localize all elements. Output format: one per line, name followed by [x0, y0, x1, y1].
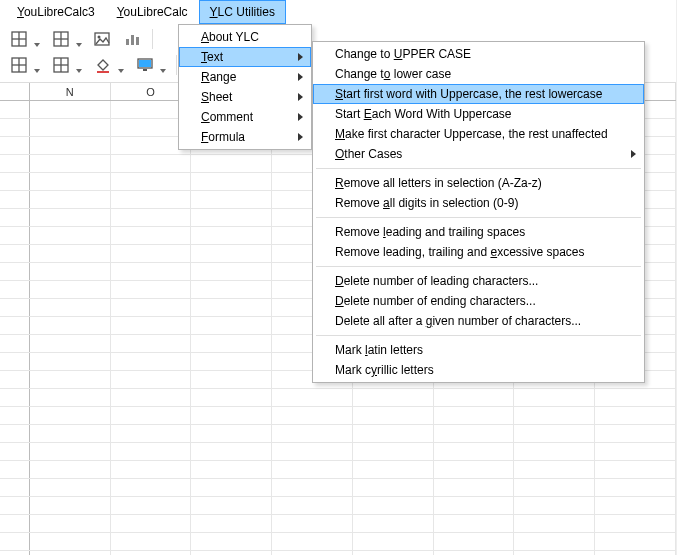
- menu-item-sheet[interactable]: Sheet: [179, 87, 311, 107]
- cell[interactable]: [30, 137, 111, 154]
- cell[interactable]: [30, 209, 111, 226]
- borders-icon[interactable]: [6, 54, 42, 76]
- cell[interactable]: [272, 425, 353, 442]
- cell[interactable]: [595, 551, 676, 555]
- cell[interactable]: [353, 425, 434, 442]
- cell[interactable]: [30, 317, 111, 334]
- border-style-icon[interactable]: [48, 54, 84, 76]
- cell[interactable]: [353, 533, 434, 550]
- cell[interactable]: [30, 407, 111, 424]
- menu-item-mark-latin-letters[interactable]: Mark latin letters: [313, 340, 644, 360]
- cell[interactable]: [111, 155, 192, 172]
- column-header-N[interactable]: N: [30, 83, 111, 100]
- corner-header[interactable]: [0, 83, 30, 100]
- cell[interactable]: [111, 173, 192, 190]
- menu-item-mark-cyrillic-letters[interactable]: Mark cyrillic letters: [313, 360, 644, 380]
- cell[interactable]: [272, 533, 353, 550]
- cell[interactable]: [30, 227, 111, 244]
- cell[interactable]: [595, 461, 676, 478]
- cell[interactable]: [191, 173, 272, 190]
- cell[interactable]: [30, 551, 111, 555]
- cell[interactable]: [191, 497, 272, 514]
- cell[interactable]: [434, 479, 515, 496]
- cell[interactable]: [595, 479, 676, 496]
- cell[interactable]: [595, 515, 676, 532]
- cell[interactable]: [30, 353, 111, 370]
- cell[interactable]: [111, 353, 192, 370]
- cell[interactable]: [111, 407, 192, 424]
- row-header[interactable]: [0, 245, 30, 262]
- cell[interactable]: [191, 335, 272, 352]
- cell[interactable]: [30, 101, 111, 118]
- cell[interactable]: [111, 227, 192, 244]
- cell[interactable]: [30, 281, 111, 298]
- row-header[interactable]: [0, 317, 30, 334]
- cell[interactable]: [434, 389, 515, 406]
- cell[interactable]: [191, 281, 272, 298]
- menu-item-delete-all-after-a-given-number-of-chara[interactable]: Delete all after a given number of chara…: [313, 311, 644, 331]
- row-header[interactable]: [0, 137, 30, 154]
- cell[interactable]: [30, 389, 111, 406]
- cell[interactable]: [595, 497, 676, 514]
- cell[interactable]: [111, 443, 192, 460]
- menubar-item-ylc-utilities[interactable]: YLC Utilities: [199, 0, 286, 24]
- cell[interactable]: [434, 533, 515, 550]
- cell[interactable]: [30, 515, 111, 532]
- cell[interactable]: [353, 407, 434, 424]
- cell[interactable]: [111, 461, 192, 478]
- cell[interactable]: [353, 479, 434, 496]
- row-header[interactable]: [0, 407, 30, 424]
- cell[interactable]: [111, 479, 192, 496]
- cell[interactable]: [514, 425, 595, 442]
- cell[interactable]: [272, 407, 353, 424]
- fill-color-icon[interactable]: [90, 54, 126, 76]
- cell[interactable]: [434, 461, 515, 478]
- menu-item-about-ylc[interactable]: About YLC: [179, 27, 311, 47]
- row-header[interactable]: [0, 461, 30, 478]
- cell[interactable]: [30, 245, 111, 262]
- cell[interactable]: [434, 551, 515, 555]
- cell[interactable]: [111, 515, 192, 532]
- row-header[interactable]: [0, 443, 30, 460]
- cell[interactable]: [514, 515, 595, 532]
- cell[interactable]: [272, 515, 353, 532]
- cell[interactable]: [30, 173, 111, 190]
- cell[interactable]: [111, 263, 192, 280]
- cell[interactable]: [111, 533, 192, 550]
- cell[interactable]: [191, 407, 272, 424]
- menu-item-remove-leading-trailing-and-excessive-sp[interactable]: Remove leading, trailing and excessive s…: [313, 242, 644, 262]
- cell[interactable]: [272, 479, 353, 496]
- cell[interactable]: [353, 515, 434, 532]
- cell[interactable]: [111, 317, 192, 334]
- cell[interactable]: [272, 389, 353, 406]
- insert-table-icon[interactable]: [6, 28, 42, 50]
- cell[interactable]: [111, 335, 192, 352]
- cell[interactable]: [272, 443, 353, 460]
- row-header[interactable]: [0, 299, 30, 316]
- cell[interactable]: [111, 425, 192, 442]
- cell[interactable]: [191, 263, 272, 280]
- cell[interactable]: [434, 497, 515, 514]
- cell[interactable]: [191, 245, 272, 262]
- monitor-icon[interactable]: [132, 54, 168, 76]
- cell[interactable]: [434, 425, 515, 442]
- menu-item-text[interactable]: Text: [179, 47, 311, 67]
- menu-item-change-to-upper-case[interactable]: Change to UPPER CASE: [313, 44, 644, 64]
- cell[interactable]: [595, 533, 676, 550]
- cell[interactable]: [111, 209, 192, 226]
- cell[interactable]: [30, 533, 111, 550]
- cell[interactable]: [30, 119, 111, 136]
- cell[interactable]: [353, 443, 434, 460]
- cell[interactable]: [272, 497, 353, 514]
- cell[interactable]: [30, 425, 111, 442]
- cell[interactable]: [514, 461, 595, 478]
- image-icon[interactable]: [90, 28, 114, 50]
- cell[interactable]: [191, 155, 272, 172]
- cell[interactable]: [514, 551, 595, 555]
- menu-item-comment[interactable]: Comment: [179, 107, 311, 127]
- cell[interactable]: [514, 497, 595, 514]
- cell[interactable]: [434, 443, 515, 460]
- cell[interactable]: [30, 497, 111, 514]
- row-header[interactable]: [0, 551, 30, 555]
- pivot-table-icon[interactable]: [48, 28, 84, 50]
